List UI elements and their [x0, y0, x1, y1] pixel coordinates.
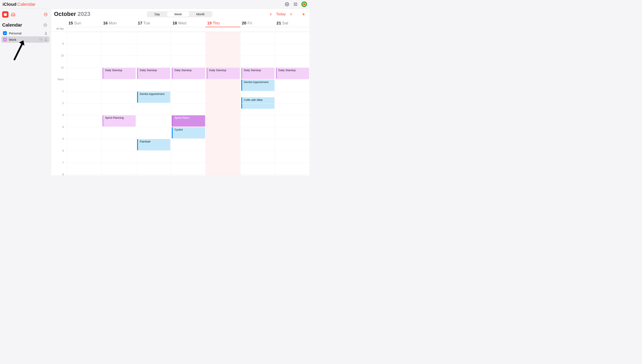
event[interactable]: Dentist Appointment	[241, 80, 274, 91]
calendar-share-icon[interactable]	[44, 38, 48, 42]
event[interactable]: Daily Standup	[207, 68, 240, 79]
next-week-button[interactable]	[289, 12, 293, 16]
avatar[interactable]	[301, 2, 307, 7]
event-title: Sprint Planning	[105, 116, 124, 119]
allday-cell[interactable]	[136, 27, 171, 32]
event[interactable]: Dentist Appointment	[137, 91, 170, 103]
day-header[interactable]: 17 Tue	[136, 19, 171, 27]
event-title: Sprint Retro	[174, 116, 189, 119]
day-name: Sun	[74, 21, 81, 25]
day-column[interactable]: Daily StandupDentist AppointmentPaintbal…	[136, 32, 171, 176]
day-header[interactable]: 18 Wed	[171, 19, 205, 27]
time-label: Noon	[51, 78, 67, 90]
event[interactable]: Paintball	[137, 139, 170, 150]
event-title: Dentist Appointment	[244, 80, 268, 84]
main-header: October 2023 Day Week Month Today	[51, 9, 309, 19]
add-circle-icon[interactable]	[284, 2, 289, 7]
view-month-button[interactable]: Month	[189, 12, 212, 17]
hour-line	[67, 151, 309, 151]
allday-cell[interactable]	[171, 27, 205, 32]
time-label: 10	[51, 54, 67, 66]
day-number: 16	[103, 21, 108, 25]
day-header[interactable]: 19 Thu	[206, 19, 240, 27]
topbar-right	[284, 2, 307, 7]
add-calendar-icon[interactable]	[43, 22, 48, 28]
event[interactable]: Coffe with Mike	[241, 97, 274, 109]
svg-point-17	[46, 14, 47, 15]
svg-rect-13	[4, 14, 7, 14]
day-column[interactable]: Daily StandupSprint Planning	[101, 32, 136, 176]
calendar-item-personal[interactable]: Personal	[1, 30, 50, 36]
svg-point-3	[294, 3, 295, 4]
time-grid[interactable]: 91011Noon12345678 Daily StandupSprint Pl…	[51, 32, 309, 176]
day-number: 21	[276, 21, 281, 25]
svg-point-10	[295, 5, 296, 6]
month-year: October 2023	[54, 11, 90, 18]
calendar-name: Work	[9, 38, 16, 42]
inbox-icon[interactable]	[11, 12, 16, 17]
hour-line	[67, 32, 309, 32]
new-event-button[interactable]	[301, 12, 306, 16]
event-title: Daily Standup	[244, 68, 261, 72]
event[interactable]: Sprint Retro	[172, 115, 205, 126]
event[interactable]: Daily Standup	[241, 68, 274, 79]
svg-point-16	[46, 14, 46, 15]
calendar-more-icon[interactable]	[39, 38, 43, 42]
day-column[interactable]	[67, 32, 101, 176]
time-label: 7	[51, 161, 67, 173]
time-label: 2	[51, 102, 67, 114]
allday-cell[interactable]	[275, 27, 309, 32]
event[interactable]: Daily Standup	[172, 68, 205, 79]
prev-week-button[interactable]	[269, 12, 273, 16]
calendar-share-icon[interactable]	[44, 31, 48, 35]
event[interactable]: Cyclint	[172, 127, 205, 138]
day-column[interactable]: Daily StandupDentist AppointmentCoffe wi…	[240, 32, 275, 176]
day-header[interactable]: 20 Fri	[240, 19, 275, 27]
allday-cell[interactable]	[67, 27, 101, 32]
hour-line	[67, 80, 309, 80]
event-title: Daily Standup	[209, 68, 226, 72]
day-header[interactable]: 16 Mon	[101, 19, 136, 27]
event-title: Daily Standup	[278, 68, 296, 72]
svg-point-22	[41, 39, 41, 40]
time-label: 3	[51, 114, 67, 126]
svg-point-11	[296, 5, 297, 6]
event[interactable]: Daily Standup	[103, 68, 136, 79]
brand: iCloud Calendar	[2, 2, 36, 7]
day-number: 18	[172, 21, 177, 25]
view-week-button[interactable]: Week	[167, 12, 189, 17]
calendar-checkbox[interactable]	[3, 31, 7, 35]
day-header[interactable]: 21 Sat	[275, 19, 309, 27]
day-number: 20	[242, 21, 246, 25]
view-day-button[interactable]: Day	[147, 12, 167, 17]
time-gutter: 91011Noon12345678	[51, 32, 67, 176]
today-button[interactable]: Today	[276, 12, 286, 16]
svg-point-9	[294, 5, 295, 6]
event[interactable]: Sprint Planning	[103, 115, 136, 126]
apps-grid-icon[interactable]	[293, 2, 298, 7]
calendar-app-icon[interactable]	[2, 11, 9, 18]
day-column[interactable]: Daily Standup	[206, 32, 240, 176]
event[interactable]: Daily Standup	[276, 68, 309, 79]
event[interactable]: Daily Standup	[137, 68, 170, 79]
time-label: 4	[51, 126, 67, 138]
calendar-checkbox[interactable]	[3, 38, 7, 42]
allday-cell[interactable]	[101, 27, 136, 32]
day-name: Wed	[178, 21, 186, 25]
month-label: October	[54, 11, 76, 17]
event-title: Daily Standup	[140, 68, 157, 72]
day-name: Thu	[213, 21, 220, 25]
calendar-item-work[interactable]: Work	[1, 36, 50, 43]
day-header[interactable]: 15 Sun	[67, 19, 101, 27]
svg-point-23	[41, 39, 42, 40]
event-title: Daily Standup	[174, 68, 192, 72]
day-column[interactable]: Daily StandupSprint RetroCyclint	[171, 32, 205, 176]
allday-cell[interactable]	[206, 27, 240, 32]
svg-point-19	[45, 32, 47, 33]
sidebar: Calendar Personal Work	[0, 9, 51, 176]
more-options-icon[interactable]	[43, 12, 48, 17]
allday-cell[interactable]	[240, 27, 275, 32]
day-number: 19	[207, 21, 212, 25]
day-column[interactable]: Daily Standup	[275, 32, 309, 176]
hour-line	[67, 174, 309, 175]
